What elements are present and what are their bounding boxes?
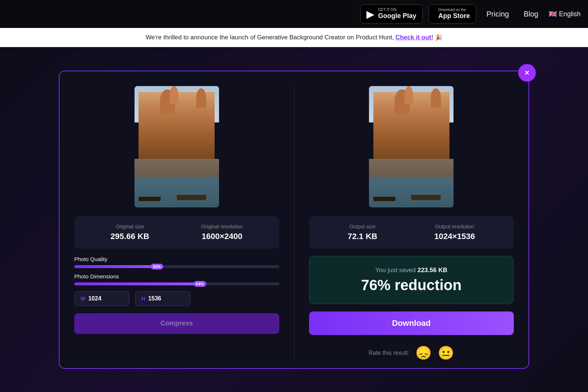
google-play-button[interactable]: ▶ GET IT ON Google Play: [360, 4, 423, 24]
top-navigation: ▶ GET IT ON Google Play Download on the …: [0, 0, 588, 28]
original-size-value: 295.66 KB: [111, 232, 149, 241]
quality-label: Photo Quality: [74, 256, 279, 262]
dimensions-slider-thumb: 64%: [194, 281, 206, 287]
sliders-section: Photo Quality 43% Photo Dimensions 64%: [74, 256, 279, 285]
dimensions-slider-row: Photo Dimensions 64%: [74, 273, 279, 285]
dimensions-slider-fill: 64%: [74, 282, 205, 285]
output-image-preview: [309, 86, 514, 207]
flag-icon: 🇬🇧: [549, 10, 557, 18]
output-resolution-value: 1024×1536: [434, 232, 475, 241]
original-image-preview: [74, 86, 279, 207]
height-input[interactable]: H 1536: [135, 291, 190, 306]
width-label: W: [80, 296, 85, 302]
google-play-large-text: Google Play: [378, 12, 416, 20]
modal-columns: Original size 295.66 KB Original resolut…: [74, 86, 514, 361]
output-size-item: Output size 72.1 KB: [348, 224, 377, 241]
savings-card: You just saved 223.56 KB 76% reduction: [309, 256, 514, 304]
main-content: ×: [0, 47, 588, 392]
announcement-text: We're thrilled to announce the launch of…: [146, 34, 394, 41]
original-size-item: Original size 295.66 KB: [111, 224, 149, 241]
download-button[interactable]: Download: [309, 311, 514, 335]
quality-slider-track[interactable]: 43%: [74, 265, 279, 268]
quality-slider-thumb: 43%: [151, 264, 163, 270]
google-play-small-text: GET IT ON: [378, 8, 416, 12]
compress-button[interactable]: Compress: [74, 313, 279, 334]
dimensions-label: Photo Dimensions: [74, 273, 279, 279]
rating-sad-emoji[interactable]: 😞: [415, 345, 432, 361]
original-image: [135, 86, 219, 207]
savings-amount: 223.56 KB: [417, 267, 447, 274]
dimension-inputs: W 1024 H 1536: [74, 291, 279, 306]
original-size-label: Original size: [111, 224, 149, 229]
output-panel: Output size 72.1 KB Output resolution 10…: [294, 86, 514, 361]
announcement-bar: We're thrilled to announce the launch of…: [0, 28, 588, 47]
pricing-nav-link[interactable]: Pricing: [482, 10, 513, 18]
blog-nav-link[interactable]: Blog: [519, 10, 543, 18]
rating-neutral-emoji[interactable]: 😐: [438, 345, 454, 361]
language-selector[interactable]: 🇬🇧 English: [549, 10, 581, 18]
width-input[interactable]: W 1024: [74, 291, 129, 306]
reduction-text: 76% reduction: [320, 277, 503, 293]
output-size-value: 72.1 KB: [348, 232, 377, 241]
output-size-label: Output size: [348, 224, 377, 229]
app-store-large-text: App Store: [438, 12, 470, 20]
width-value: 1024: [88, 295, 101, 302]
height-label: H: [141, 296, 145, 302]
rating-section: Rate this result: 😞 😐: [309, 342, 514, 361]
original-resolution-value: 1600×2400: [201, 232, 243, 241]
original-panel: Original size 295.66 KB Original resolut…: [74, 86, 294, 361]
output-info-card: Output size 72.1 KB Output resolution 10…: [309, 216, 514, 249]
modal-close-button[interactable]: ×: [518, 64, 536, 82]
rating-label: Rate this result:: [369, 350, 409, 356]
height-value: 1536: [148, 295, 161, 302]
google-play-icon: ▶: [366, 8, 374, 20]
output-resolution-item: Output resolution 1024×1536: [434, 224, 475, 241]
quality-slider-row: Photo Quality 43%: [74, 256, 279, 268]
original-info-card: Original size 295.66 KB Original resolut…: [74, 216, 279, 249]
output-resolution-label: Output resolution: [434, 224, 475, 229]
savings-text: You just saved 223.56 KB: [320, 267, 503, 274]
savings-label: You just saved: [375, 267, 416, 274]
original-resolution-item: Original resolution 1600×2400: [201, 224, 243, 241]
original-resolution-label: Original resolution: [201, 224, 243, 229]
dimensions-slider-track[interactable]: 64%: [74, 282, 279, 285]
output-image: [369, 86, 453, 207]
announcement-emoji: 🎉: [435, 34, 442, 42]
lang-label: English: [559, 10, 581, 18]
app-store-button[interactable]: Download on the App Store: [429, 4, 476, 24]
announcement-link[interactable]: Check it out!: [395, 34, 433, 41]
app-store-small-text: Download on the: [438, 8, 470, 12]
compress-modal: ×: [59, 71, 529, 369]
quality-slider-fill: 43%: [74, 265, 162, 268]
